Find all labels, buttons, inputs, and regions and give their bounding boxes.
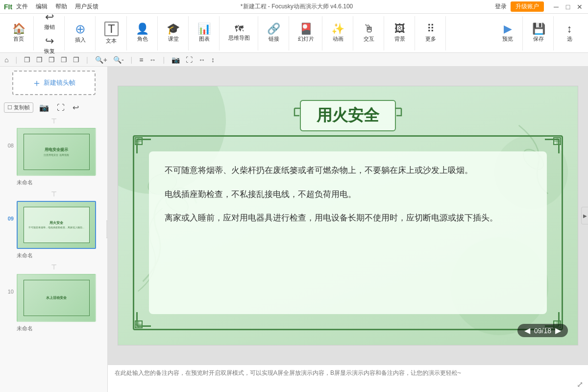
mindmap-icon: 🗺 [235, 24, 244, 33]
toolbar-group-link: 🔗 链接 [259, 16, 289, 50]
slide-thumb-08[interactable]: 用电安全提示 注意用电安全 远离危险 [17, 128, 96, 176]
new-frame-button[interactable]: ＋ 新建镜头帧 [12, 71, 96, 95]
t2-frame[interactable]: ⛶ [183, 55, 195, 65]
t2-zoomout[interactable]: 🔍- [111, 55, 126, 65]
toolbar-group-classroom: 🎓 课堂 [159, 16, 189, 50]
toolbar-text[interactable]: T 文本 [101, 20, 122, 47]
toolbar-link[interactable]: 🔗 链接 [264, 22, 284, 45]
toolbar-insert[interactable]: ⊕ 插入 [71, 21, 90, 46]
chart-icon: 📊 [197, 24, 211, 34]
menu-feedback[interactable]: 用户反馈 [75, 2, 98, 11]
slide-canvas[interactable]: 用火安全 [118, 86, 578, 345]
slide-item-08[interactable]: 08 用电安全提示 注意用电安全 远离危险 [0, 126, 107, 178]
nav-prev[interactable]: ◀ [524, 326, 530, 335]
toolbar-classroom[interactable]: 🎓 课堂 [164, 22, 183, 45]
menu-file[interactable]: 文件 [16, 2, 28, 11]
toolbar-group-role: 👤 角色 [128, 16, 158, 50]
toolbar-background[interactable]: 🖼 背景 [390, 22, 410, 45]
slide-num-08: 08 [4, 128, 14, 148]
slide-thumb-09[interactable]: 用火安全 不可随意将烟蒂... 电线插座勤检查... 离家或入睡前... [17, 201, 96, 249]
toolbar-save[interactable]: 💾 保存 [529, 22, 548, 45]
toolbar-group-select: ↕ 选 [555, 16, 584, 50]
t2-photo[interactable]: 📷 [169, 55, 182, 65]
undo-icon: ↩ [45, 12, 54, 23]
toolbar-group-preview: ▶ 预览 [493, 16, 523, 50]
toolbar-preview[interactable]: ▶ 预览 [498, 22, 517, 45]
slide-thumb-10[interactable]: 水上活动安全 [17, 274, 96, 322]
slide-content-box[interactable]: 不可随意将烟蒂、火柴杆扔在废纸篓或者可燃杂物上，不要躺在床上或沙发上吸烟。 电线… [133, 135, 563, 330]
background-icon: 🖼 [394, 24, 405, 34]
t2-cut[interactable]: ❐ [46, 55, 57, 65]
thumb-title-08: 用电安全提示 [45, 147, 68, 152]
background-label: 背景 [394, 35, 405, 43]
toolbar-undo[interactable]: ↩ 撤销 [40, 10, 59, 33]
canvas-area: ▶ [108, 67, 588, 392]
toolbar-interact[interactable]: 🖱 交互 [359, 22, 379, 45]
t2-copy[interactable]: ❐ [22, 55, 33, 65]
toolbar-animation[interactable]: ✨ 动画 [328, 22, 348, 45]
t2-group[interactable]: ❐ [71, 55, 82, 65]
toolbar-home[interactable]: 🏠 首页 [9, 22, 28, 45]
main-toolbar: 🏠 首页 ↩ 撤销 ↪ 恢复 ⊕ 插入 T 文本 👤 角色 🎓 [0, 14, 588, 53]
toolbar-slides[interactable]: 🎴 幻灯片 [295, 22, 317, 45]
canvas[interactable]: ▶ [108, 67, 588, 365]
sep-icon-10: ⊤ [51, 263, 57, 271]
slide-content-inner: 不可随意将烟蒂、火柴杆扔在废纸篓或者可燃杂物上，不要躺在床上或沙发上吸烟。 电线… [149, 151, 547, 314]
toolbar-role[interactable]: 👤 角色 [133, 22, 152, 45]
t2-del[interactable]: ❐ [58, 55, 70, 65]
select-icon: ↕ [567, 24, 572, 34]
t2-align[interactable]: ≡ [137, 55, 146, 65]
slide-num-09: 09 [4, 201, 14, 221]
toolbar-redo[interactable]: ↪ 恢复 [40, 34, 59, 57]
t2-home[interactable]: ⌂ [2, 55, 11, 65]
fullscreen-btn[interactable]: ⛶ [55, 102, 67, 113]
slide-name-10: 未命名 [0, 324, 107, 335]
nav-indicator: ◀ 09/18 ▶ [517, 324, 568, 337]
slide-item-10[interactable]: 10 水上活动安全 [0, 272, 107, 324]
t2-flip[interactable]: ↕ [209, 55, 217, 65]
window-title: *新建工程 - Focusky动画演示大师 v4.6.100 [241, 2, 353, 11]
t2-distribute[interactable]: ↔ [147, 55, 158, 65]
more-icon: ⠿ [427, 24, 435, 34]
slide-title: 用火安全 [317, 105, 379, 126]
login-button[interactable]: 登录 [495, 2, 507, 11]
text-icon: T [104, 22, 119, 36]
toolbar-select[interactable]: ↕ 选 [560, 22, 579, 45]
titlebar: FIt 文件 编辑 帮助 用户反馈 *新建工程 - Focusky动画演示大师 … [0, 0, 588, 14]
notes-input[interactable] [115, 369, 581, 388]
save-label: 保存 [533, 35, 544, 43]
toolbar-chart[interactable]: 📊 图表 [195, 22, 214, 45]
reset-btn[interactable]: ↩ [71, 102, 81, 113]
window-close[interactable]: ✕ [575, 3, 584, 11]
toolbar-group-interact: 🖱 交互 [354, 16, 384, 50]
upgrade-button[interactable]: 升级账户 [511, 1, 544, 12]
slide-name-08: 未命名 [0, 178, 107, 189]
toolbar-group-text: T 文本 [97, 16, 127, 50]
toolbar-group-slides: 🎴 幻灯片 [290, 16, 322, 50]
role-icon: 👤 [136, 24, 149, 34]
toolbar-group-bg: 🖼 背景 [385, 16, 415, 50]
t2-resize[interactable]: ↔ [196, 55, 208, 65]
nav-next[interactable]: ▶ [555, 326, 561, 335]
link-icon: 🔗 [267, 24, 280, 34]
sidebar-top: ＋ 新建镜头帧 [0, 67, 107, 99]
window-minimize[interactable]: ─ [552, 3, 561, 11]
toolbar-more[interactable]: ⠿ 更多 [421, 22, 441, 45]
home-label: 首页 [13, 35, 24, 43]
right-panel-collapse[interactable]: ▶ [581, 207, 588, 224]
slide-title-box[interactable]: 用火安全 [300, 100, 396, 131]
toolbar-group-save: 💾 保存 [524, 16, 554, 50]
classroom-label: 课堂 [168, 35, 179, 43]
window-maximize[interactable]: □ [564, 3, 572, 11]
slide-sep-10: ⊤ [0, 262, 107, 272]
slide-item-09[interactable]: 09 用火安全 不可随意将烟蒂... 电线插座勤检查... 离家或入睡前... [0, 199, 107, 251]
select-label: 选 [567, 35, 572, 43]
t2-paste[interactable]: ❐ [34, 55, 45, 65]
content-para-3: 离家或入睡前，应对用电器具进行检查，用电设备长期不使用时，应切断电源或拔下插头。 [165, 211, 531, 226]
notes-expand-button[interactable]: ⤢ [577, 380, 583, 389]
sep-icon-09: ⊤ [51, 190, 57, 198]
camera-btn[interactable]: 📷 [37, 102, 51, 113]
toolbar-mindmap[interactable]: 🗺 思维导图 [225, 23, 253, 44]
copy-frame-btn[interactable]: ☐ 复制帧 [4, 102, 33, 113]
t2-zoomin[interactable]: 🔍+ [93, 55, 110, 65]
